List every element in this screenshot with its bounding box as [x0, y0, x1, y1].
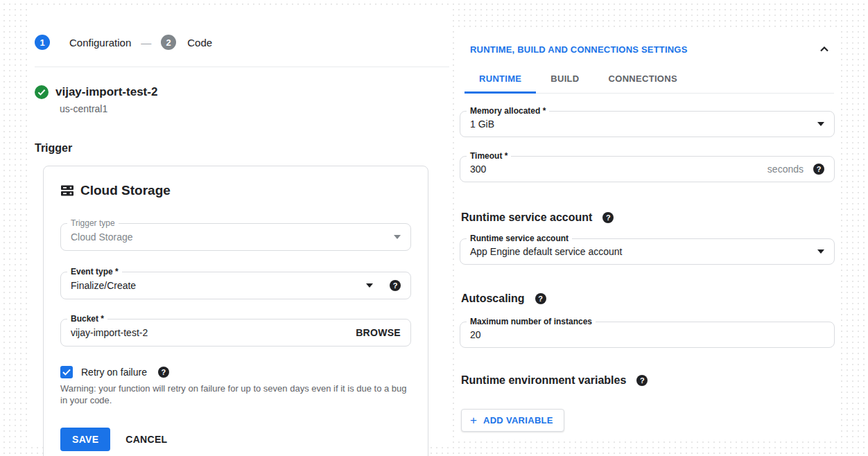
max-instances-label: Maximum number of instances [467, 317, 596, 326]
memory-allocated-label: Memory allocated * [467, 106, 549, 116]
trigger-card: Cloud Storage Trigger type Cloud Storage… [43, 166, 428, 456]
env-vars-heading: Runtime environment variables [461, 374, 626, 387]
dropdown-arrow-icon [394, 235, 401, 239]
dropdown-arrow-icon[interactable] [817, 249, 824, 254]
timeout-field[interactable]: Timeout * 300 seconds ? [460, 156, 835, 182]
service-account-help-icon[interactable]: ? [602, 212, 614, 223]
service-account-heading: Runtime service account [461, 211, 592, 224]
bucket-value[interactable]: vijay-import-test-2 [71, 327, 356, 338]
add-variable-button[interactable]: + ADD VARIABLE [461, 409, 564, 432]
memory-allocated-select[interactable]: Memory allocated * 1 GiB [460, 111, 835, 137]
stepper-divider [35, 67, 449, 67]
cancel-button[interactable]: CANCEL [125, 434, 167, 445]
cloud-storage-icon [60, 184, 74, 198]
settings-header-title[interactable]: RUNTIME, BUILD AND CONNECTIONS SETTINGS [470, 44, 688, 55]
configuration-panel: 1 Configuration — 2 Code vijay-import-te… [31, 8, 449, 447]
event-type-label: Event type * [67, 267, 122, 277]
tab-runtime[interactable]: RUNTIME [465, 67, 536, 94]
event-type-help-icon[interactable]: ? [390, 280, 401, 291]
service-account-select[interactable]: Runtime service account App Engine defau… [460, 238, 835, 265]
env-vars-help-icon[interactable]: ? [636, 375, 648, 386]
env-vars-section: Runtime environment variables ? [460, 374, 835, 387]
memory-allocated-value: 1 GiB [470, 119, 817, 130]
tab-connections[interactable]: CONNECTIONS [594, 67, 692, 94]
add-variable-label: ADD VARIABLE [483, 415, 553, 426]
retry-label[interactable]: Retry on failure [81, 367, 147, 378]
event-type-select[interactable]: Event type * Finalize/Create ? [60, 272, 411, 299]
autoscaling-section: Autoscaling ? [460, 292, 835, 305]
timeout-label: Timeout * [467, 151, 511, 161]
function-name: vijay-import-test-2 [55, 85, 157, 99]
runtime-settings-panel: RUNTIME, BUILD AND CONNECTIONS SETTINGS … [455, 31, 841, 439]
autoscaling-help-icon[interactable]: ? [535, 293, 546, 304]
timeout-unit-suffix: seconds [767, 164, 804, 175]
step-1-label[interactable]: Configuration [69, 37, 131, 49]
function-region: us-central1 [60, 103, 449, 114]
plus-icon: + [470, 416, 477, 425]
trigger-card-actions: SAVE CANCEL [60, 428, 411, 451]
tab-build[interactable]: BUILD [536, 67, 593, 94]
dropdown-arrow-icon[interactable] [817, 122, 824, 126]
bucket-field[interactable]: Bucket * vijay-import-test-2 BROWSE [60, 319, 411, 347]
service-account-section: Runtime service account ? [460, 211, 835, 224]
stepper-separator: — [141, 37, 151, 49]
trigger-type-value: Cloud Storage [71, 231, 394, 243]
runtime-tab-content: Memory allocated * 1 GiB Timeout * 300 s… [455, 111, 841, 432]
trigger-card-title: Cloud Storage [80, 183, 171, 198]
collapse-section-button[interactable] [819, 44, 830, 55]
bucket-label: Bucket * [67, 314, 107, 324]
retry-row: Retry on failure ? [60, 366, 411, 378]
success-check-icon [35, 85, 49, 99]
browse-button[interactable]: BROWSE [356, 327, 401, 338]
settings-tabs: RUNTIME BUILD CONNECTIONS [465, 67, 834, 94]
timeout-help-icon[interactable]: ? [813, 164, 824, 175]
service-account-label: Runtime service account [467, 234, 572, 243]
step-1-circle[interactable]: 1 [35, 35, 50, 50]
function-name-row: vijay-import-test-2 [35, 85, 449, 99]
settings-header: RUNTIME, BUILD AND CONNECTIONS SETTINGS [455, 31, 841, 55]
chevron-up-icon [819, 44, 830, 55]
trigger-card-title-row: Cloud Storage [60, 183, 411, 198]
max-instances-value[interactable]: 20 [470, 329, 824, 340]
retry-warning-text: Warning: your function will retry on fai… [60, 383, 411, 407]
retry-checkbox[interactable] [60, 366, 73, 378]
timeout-value[interactable]: 300 [470, 164, 767, 175]
dropdown-arrow-icon[interactable] [366, 283, 373, 288]
step-2-circle[interactable]: 2 [161, 35, 176, 50]
trigger-section-heading: Trigger [35, 142, 449, 155]
autoscaling-heading: Autoscaling [461, 292, 525, 305]
save-button[interactable]: SAVE [60, 428, 110, 451]
trigger-type-label: Trigger type [67, 218, 119, 228]
stepper: 1 Configuration — 2 Code [31, 8, 449, 50]
service-account-value: App Engine default service account [470, 246, 817, 257]
trigger-type-select[interactable]: Trigger type Cloud Storage [60, 223, 411, 251]
step-2-label[interactable]: Code [187, 37, 212, 49]
event-type-value: Finalize/Create [71, 280, 366, 291]
max-instances-field[interactable]: Maximum number of instances 20 [460, 322, 835, 348]
retry-help-icon[interactable]: ? [158, 367, 169, 378]
